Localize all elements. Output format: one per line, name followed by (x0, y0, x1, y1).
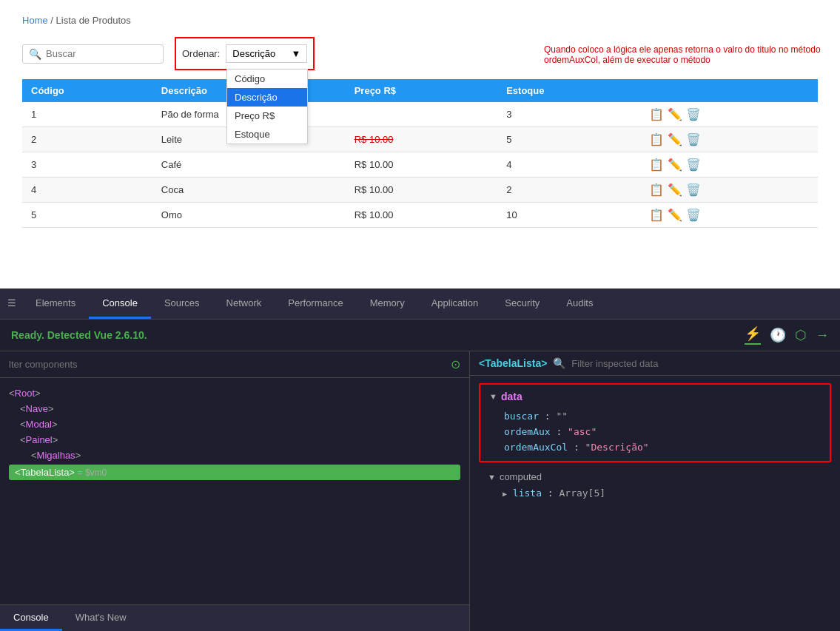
vue-icon-routing[interactable]: → (816, 328, 829, 343)
table-row: 4 Coca R$ 10.00 2 📋✏️🗑️ (22, 178, 818, 203)
filter-inspected-input[interactable] (571, 358, 831, 369)
table-row: 2 Leite R$ 10.00 5 📋✏️🗑️ (22, 127, 818, 152)
vue-icon-history[interactable]: 🕐 (770, 327, 786, 343)
delete-icon[interactable]: 🗑️ (686, 107, 701, 121)
collapse-triangle[interactable]: ▼ (489, 392, 497, 401)
dropdown-item-codigo[interactable]: Código (227, 70, 307, 88)
data-row-ordemaux: ordemAux : "asc" (489, 424, 821, 439)
cell-estoque: 10 (497, 203, 640, 228)
vue-status: Ready. Detected Vue 2.6.10. (11, 329, 147, 341)
tab-memory[interactable]: Memory (357, 288, 418, 319)
view-icon[interactable]: 📋 (649, 183, 664, 197)
tab-network[interactable]: Network (213, 288, 275, 319)
devtools-tabs: ☰ Elements Console Sources Network Perfo… (0, 288, 840, 320)
table-row: 5 Omo R$ 10.00 10 📋✏️🗑️ (22, 203, 818, 228)
col-header-estoque[interactable]: Estoque (497, 79, 640, 102)
order-label: Ordenar: (182, 48, 220, 59)
cell-estoque: 2 (497, 178, 640, 203)
cell-actions: 📋✏️🗑️ (640, 127, 818, 152)
delete-icon[interactable]: 🗑️ (686, 208, 701, 222)
breadcrumb-home[interactable]: Home (22, 15, 48, 26)
filter-bar: ⊙ (0, 351, 469, 378)
view-icon[interactable]: 📋 (649, 132, 664, 146)
cell-codigo: 1 (22, 102, 152, 127)
tab-performance[interactable]: Performance (275, 288, 356, 319)
computed-collapse-triangle[interactable]: ▼ (488, 473, 496, 482)
bottom-tab-console[interactable]: Console (0, 605, 62, 631)
breadcrumb: Home / Lista de Produtos (22, 15, 818, 26)
computed-section: ▼ computed ▶ lista : Array[5] (479, 468, 831, 501)
devtools: ☰ Elements Console Sources Network Perfo… (0, 288, 840, 631)
delete-icon[interactable]: 🗑️ (686, 132, 701, 146)
col-header-actions (640, 79, 818, 102)
vue-icon-vuex[interactable]: ⬡ (795, 327, 807, 343)
data-row-buscar: buscar : "" (489, 408, 821, 424)
search-box: 🔍 (22, 44, 164, 64)
cell-preco: R$ 10.00 (346, 203, 497, 228)
cell-actions: 📋✏️🗑️ (640, 102, 818, 127)
filter-icon[interactable]: ⊙ (451, 357, 460, 371)
computed-lista-arrow[interactable]: ▶ (503, 490, 507, 498)
cell-preco (346, 102, 497, 127)
cell-preco: R$ 10.00 (346, 178, 497, 203)
breadcrumb-current: Lista de Produtos (56, 15, 131, 26)
cell-actions: 📋✏️🗑️ (640, 203, 818, 228)
dropdown-item-estoque[interactable]: Estoque (227, 125, 307, 144)
edit-icon[interactable]: ✏️ (668, 158, 682, 172)
right-panel: <TabelaLista> 🔍 ▼ data buscar : "" (470, 351, 840, 631)
view-icon[interactable]: 📋 (649, 208, 664, 222)
view-icon[interactable]: 📋 (649, 158, 664, 172)
edit-icon[interactable]: ✏️ (668, 132, 682, 146)
tree-item-root[interactable]: <Root> (9, 385, 460, 401)
browser-content: Home / Lista de Produtos 🔍 Ordenar: Desc… (0, 0, 840, 288)
order-arrow-icon: ▼ (291, 48, 300, 59)
devtools-tab-menu[interactable]: ☰ (0, 288, 22, 319)
data-section: ▼ data buscar : "" ordemAux : "asc" (479, 383, 831, 462)
inspect-search-icon[interactable]: 🔍 (553, 357, 565, 369)
order-select[interactable]: Descrição ▼ (226, 44, 307, 63)
cell-descricao: Café (152, 152, 346, 178)
tree-item-painel[interactable]: <Painel> (9, 432, 460, 448)
filter-components-input[interactable] (9, 359, 445, 370)
computed-row-lista: ▶ lista : Array[5] (488, 485, 822, 501)
delete-icon[interactable]: 🗑️ (686, 158, 701, 172)
dropdown-item-descricao[interactable]: Descrição (227, 88, 307, 107)
tab-elements[interactable]: Elements (22, 288, 89, 319)
col-header-codigo[interactable]: Código (22, 79, 152, 102)
table-row: 1 Pão de forma 3 📋✏️🗑️ (22, 102, 818, 127)
vue-bar: Ready. Detected Vue 2.6.10. ⚡ 🕐 ⬡ → (0, 320, 840, 351)
tree-item-modal[interactable]: <Modal> (9, 416, 460, 432)
data-row-ordemAuxCol: ordemAuxCol : "Descrição" (489, 439, 821, 455)
vue-icon-component[interactable]: ⚡ (745, 325, 761, 345)
dropdown-item-preco[interactable]: Preço R$ (227, 107, 307, 125)
view-icon[interactable]: 📋 (649, 107, 664, 121)
tree-item-nave[interactable]: <Nave> (9, 401, 460, 416)
cell-descricao: Coca (152, 178, 346, 203)
data-section-label: data (501, 391, 523, 402)
computed-prop-name-lista: lista (513, 487, 542, 499)
left-panel: ⊙ <Root> <Nave> <Modal> <Painel> <Migalh… (0, 351, 470, 631)
prop-value-buscar: "" (556, 411, 568, 422)
tab-sources[interactable]: Sources (151, 288, 213, 319)
tab-console[interactable]: Console (89, 288, 151, 319)
search-input[interactable] (46, 48, 157, 59)
edit-icon[interactable]: ✏️ (668, 107, 682, 121)
edit-icon[interactable]: ✏️ (668, 183, 682, 197)
bottom-tab-whatsnew[interactable]: What's New (62, 605, 140, 631)
tab-application[interactable]: Application (418, 288, 492, 319)
order-section: Ordenar: Descrição ▼ Código Descrição Pr… (175, 37, 315, 70)
cell-preco: R$ 10.00 (346, 127, 497, 152)
tab-security[interactable]: Security (491, 288, 553, 319)
computed-header: ▼ computed (488, 468, 822, 485)
tree-item-tabelalists[interactable]: <TabelaLista> = $vm0 (9, 465, 460, 480)
col-header-preco[interactable]: Preço R$ (346, 79, 497, 102)
tab-audits[interactable]: Audits (553, 288, 606, 319)
computed-section-label: computed (500, 471, 542, 482)
delete-icon[interactable]: 🗑️ (686, 183, 701, 197)
order-selected-value: Descrição (232, 48, 275, 59)
dropdown-menu: Código Descrição Preço R$ Estoque (226, 69, 308, 144)
edit-icon[interactable]: ✏️ (668, 208, 682, 222)
cell-estoque: 4 (497, 152, 640, 178)
tree-item-migalhas[interactable]: <Migalhas> (9, 448, 460, 463)
devtools-body: ⊙ <Root> <Nave> <Modal> <Painel> <Migalh… (0, 351, 840, 631)
